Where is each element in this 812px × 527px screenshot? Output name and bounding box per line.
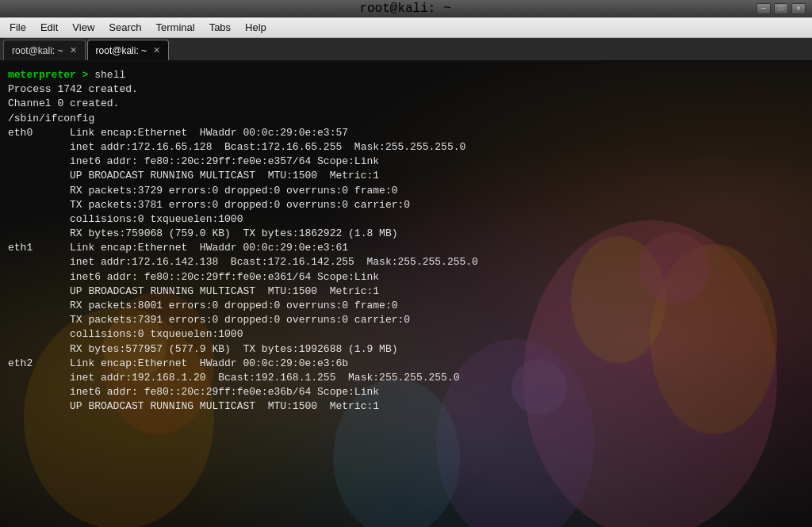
terminal-line: inet6 addr: fe80::20c:29ff:fe0e:e357/64 … [8,155,804,169]
terminal-line: collisions:0 txqueuelen:1000 [8,212,804,227]
menu-item-help[interactable]: Help [239,20,273,35]
menu-item-tabs[interactable]: Tabs [203,20,237,35]
terminal-content: meterpreter > shellProcess 1742 created.… [8,68,804,414]
terminal-line: meterpreter > shell [8,68,804,82]
menu-item-terminal[interactable]: Terminal [150,20,201,35]
terminal-line: RX packets:8001 errors:0 dropped:0 overr… [8,299,804,313]
titlebar-controls: — □ ✕ [756,3,806,14]
tab-close-button[interactable]: ✕ [70,45,77,55]
terminal-line: RX bytes:577957 (577.9 KB) TX bytes:1992… [8,342,804,357]
minimize-button[interactable]: — [756,3,771,14]
terminal-line: Channel 0 created. [8,97,804,111]
terminal-line: inet addr:172.16.142.138 Bcast:172.16.14… [8,255,804,269]
terminal-line: UP BROADCAST RUNNING MULTICAST MTU:1500 … [8,285,804,299]
menu-item-view[interactable]: View [66,20,101,35]
terminal-line: RX packets:3729 errors:0 dropped:0 overr… [8,184,804,198]
terminal-line: UP BROADCAST RUNNING MULTICAST MTU:1500 … [8,399,804,414]
terminal-line: /sbin/ifconfig [8,112,804,126]
menu-item-file[interactable]: File [3,20,33,35]
terminal-line: inet6 addr: fe80::20c:29ff:fe0e:e36b/64 … [8,385,804,399]
tab-tab1[interactable]: root@kali: ~✕ [3,40,86,60]
terminal-line: inet6 addr: fe80::20c:29ff:fe0e:e361/64 … [8,270,804,285]
terminal-line: inet addr:172.16.65.128 Bcast:172.16.65.… [8,140,804,155]
terminal[interactable]: meterpreter > shellProcess 1742 created.… [0,62,812,527]
tab-label: root@kali: ~ [96,45,147,56]
terminal-line: UP BROADCAST RUNNING MULTICAST MTU:1500 … [8,169,804,183]
terminal-line: eth1 Link encap:Ethernet HWaddr 00:0c:29… [8,241,804,255]
tab-close-button[interactable]: ✕ [153,45,160,55]
maximize-button[interactable]: □ [774,3,788,14]
menubar: FileEditViewSearchTerminalTabsHelp [0,17,812,38]
menu-item-edit[interactable]: Edit [34,20,64,35]
tabsbar: root@kali: ~✕root@kali: ~✕ [0,38,812,62]
titlebar: root@kali: ~ — □ ✕ [0,0,812,17]
terminal-line: Process 1742 created. [8,82,804,97]
menu-item-search[interactable]: Search [102,20,147,35]
tab-tab2[interactable]: root@kali: ~✕ [87,40,170,60]
terminal-line: TX packets:7391 errors:0 dropped:0 overr… [8,313,804,327]
terminal-line: RX bytes:759068 (759.0 KB) TX bytes:1862… [8,227,804,241]
terminal-line: inet addr:192.168.1.20 Bcast:192.168.1.2… [8,371,804,385]
titlebar-title: root@kali: ~ [359,2,450,16]
terminal-line: collisions:0 txqueuelen:1000 [8,327,804,342]
terminal-line: eth0 Link encap:Ethernet HWaddr 00:0c:29… [8,126,804,140]
tab-label: root@kali: ~ [12,45,63,56]
terminal-line: eth2 Link encap:Ethernet HWaddr 00:0c:29… [8,357,804,371]
terminal-line: TX packets:3781 errors:0 dropped:0 overr… [8,198,804,212]
close-button[interactable]: ✕ [791,3,806,14]
